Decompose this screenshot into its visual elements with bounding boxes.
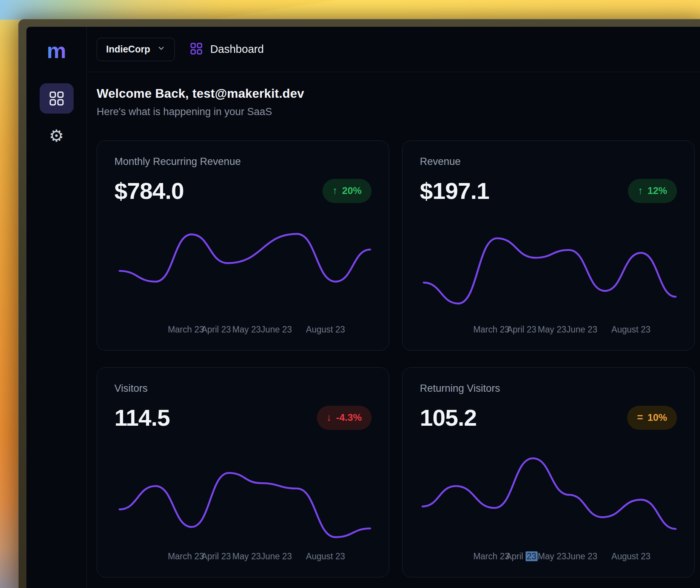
dashboard-grid-icon xyxy=(189,42,204,57)
metric-row: 105.2 = 10% xyxy=(420,404,677,431)
welcome-heading: Welcome Back, test@makerkit.dev xyxy=(97,86,699,101)
x-axis-label: March 23 xyxy=(168,325,204,335)
trend-arrow-icon: ↑ xyxy=(332,185,338,197)
x-axis-label: May 23 xyxy=(538,551,566,562)
trend-badge: ↓ -4.3% xyxy=(317,406,372,430)
desktop-wallpaper-top xyxy=(0,0,700,20)
x-axis: March 23April 23May 23June 23August 23 xyxy=(420,551,677,563)
metric-value: 114.5 xyxy=(114,404,170,431)
metric-value: $784.0 xyxy=(114,177,184,204)
main-area: IndieCorp Dashboard xyxy=(87,27,700,588)
chevron-down-icon xyxy=(157,44,165,55)
x-axis-label: June 23 xyxy=(566,551,597,562)
visitors-chart: March 23April 23May 23June 23August 23 xyxy=(114,451,372,563)
org-switcher-label: IndieCorp xyxy=(106,44,150,55)
dashboard-app: m ⚙ IndieCorp xyxy=(26,27,700,588)
trend-value: 20% xyxy=(342,185,362,197)
sidebar-item-settings[interactable]: ⚙ xyxy=(40,125,74,147)
card-title: Monthly Recurring Revenue xyxy=(114,156,372,168)
x-axis-label: March 23 xyxy=(473,551,509,562)
metric-row: $197.1 ↑ 12% xyxy=(420,177,677,204)
revenue-chart: March 23April 23May 23June 23August 23 xyxy=(420,224,677,337)
welcome-subheading: Here's what is happening in your SaaS xyxy=(97,106,699,118)
x-axis-label: April 23 xyxy=(202,551,231,562)
x-axis-label: June 23 xyxy=(261,551,292,562)
card-title: Visitors xyxy=(114,383,372,394)
x-axis-label: April 23 xyxy=(506,551,538,562)
x-axis-label: August 23 xyxy=(306,551,345,562)
top-bar: IndieCorp Dashboard xyxy=(87,27,700,72)
app-window: m ⚙ IndieCorp xyxy=(18,19,700,588)
trend-value: -4.3% xyxy=(336,412,362,423)
makerkit-logo: m xyxy=(47,40,66,62)
x-axis-label: August 23 xyxy=(306,325,345,335)
welcome-section: Welcome Back, test@makerkit.dev Here's w… xyxy=(87,72,700,118)
trend-arrow-icon: ↑ xyxy=(638,185,643,197)
trend-badge: = 10% xyxy=(627,406,677,430)
x-axis-label: May 23 xyxy=(232,551,261,562)
card-title: Revenue xyxy=(420,156,677,168)
metric-value: $197.1 xyxy=(420,177,489,204)
grid-icon xyxy=(48,90,65,107)
sidebar-item-dashboard[interactable] xyxy=(40,83,74,114)
x-axis-label: May 23 xyxy=(538,325,566,335)
gear-icon: ⚙ xyxy=(49,128,64,144)
returning-visitors-chart: March 23April 23May 23June 23August 23 xyxy=(420,451,677,563)
trend-arrow-icon: ↓ xyxy=(327,412,332,423)
x-axis-label: March 23 xyxy=(473,325,509,335)
metric-value: 105.2 xyxy=(420,404,476,431)
metric-row: $784.0 ↑ 20% xyxy=(114,177,372,204)
metric-cards-grid: Monthly Recurring Revenue $784.0 ↑ 20% M… xyxy=(97,140,699,577)
x-axis-label: June 23 xyxy=(566,325,597,335)
x-axis-label: August 23 xyxy=(611,551,651,562)
x-axis-label: April 23 xyxy=(202,325,231,335)
x-axis: March 23April 23May 23June 23August 23 xyxy=(420,325,677,337)
page-title-group: Dashboard xyxy=(189,42,264,57)
x-axis-label: March 23 xyxy=(168,551,204,562)
mrr-chart: March 23April 23May 23June 23August 23 xyxy=(114,224,372,337)
sidebar: m ⚙ xyxy=(26,27,87,588)
x-axis-label: June 23 xyxy=(261,325,292,335)
trend-value: 10% xyxy=(648,412,667,423)
x-axis: March 23April 23May 23June 23August 23 xyxy=(114,325,372,337)
card-title: Returning Visitors xyxy=(420,383,677,394)
x-axis-label: August 23 xyxy=(611,325,651,335)
card-monthly-recurring-revenue: Monthly Recurring Revenue $784.0 ↑ 20% M… xyxy=(97,140,389,351)
org-switcher-button[interactable]: IndieCorp xyxy=(97,38,175,61)
trend-equals-icon: = xyxy=(637,412,643,423)
selected-text: 23 xyxy=(526,551,538,561)
card-revenue: Revenue $197.1 ↑ 12% March 23April 23May… xyxy=(402,140,695,351)
trend-badge: ↑ 12% xyxy=(628,179,677,203)
x-axis-label: May 23 xyxy=(232,325,261,335)
trend-badge: ↑ 20% xyxy=(322,179,372,203)
trend-value: 12% xyxy=(648,185,667,197)
metric-row: 114.5 ↓ -4.3% xyxy=(114,404,372,431)
x-axis: March 23April 23May 23June 23August 23 xyxy=(114,551,372,563)
page-title: Dashboard xyxy=(210,43,264,55)
card-visitors: Visitors 114.5 ↓ -4.3% March 23April 23M… xyxy=(97,367,389,577)
sidebar-nav: ⚙ xyxy=(40,83,74,147)
card-returning-visitors: Returning Visitors 105.2 = 10% March 23A… xyxy=(402,367,695,577)
x-axis-label: April 23 xyxy=(507,325,537,335)
